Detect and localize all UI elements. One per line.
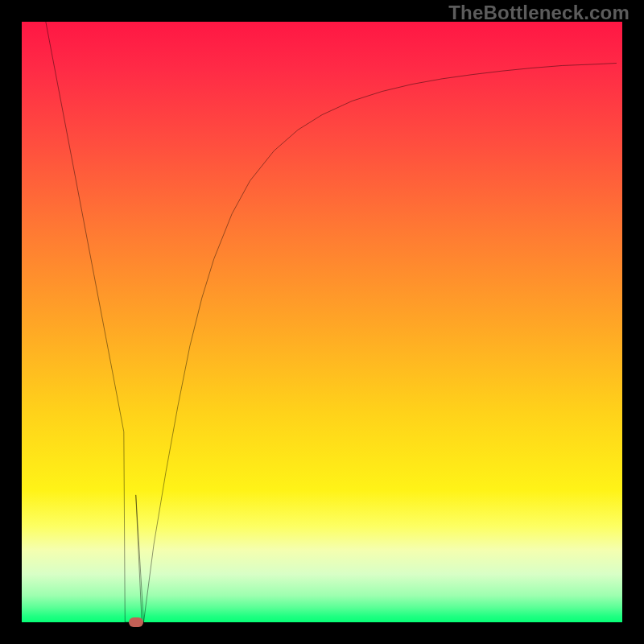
optimal-marker — [129, 617, 143, 627]
bottleneck-curve — [46, 22, 617, 622]
curve-svg — [22, 22, 622, 622]
plot-area — [22, 22, 622, 622]
watermark-text: TheBottleneck.com — [448, 2, 630, 24]
chart-frame: TheBottleneck.com — [0, 0, 644, 644]
